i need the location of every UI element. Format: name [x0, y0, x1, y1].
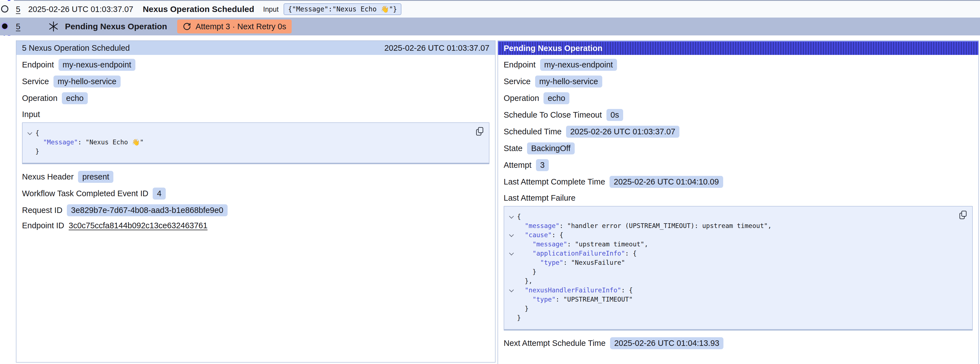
- event-id-link[interactable]: 5: [16, 5, 20, 14]
- pending-fields-bottom: Next Attempt Schedule Time2025-02-26 UTC…: [504, 337, 973, 349]
- field-label: Workflow Task Completed Event ID: [22, 189, 148, 198]
- field-value-badge: 3: [536, 159, 549, 171]
- detail-field-row: Last Attempt Complete Time2025-02-26 UTC…: [504, 176, 973, 188]
- code-line: "type": "UPSTREAM_TIMEOUT": [506, 295, 966, 304]
- code-line: "message": "upstream timeout",: [506, 240, 966, 249]
- history-row-pending-nexus-operation[interactable]: 5 Pending Nexus Operation Attempt 3 · Ne…: [0, 18, 980, 35]
- field-label: Request ID: [22, 206, 62, 215]
- field-label: Service: [504, 77, 531, 86]
- panel-nexus-operation-scheduled: 5 Nexus Operation Scheduled 2025-02-26 U…: [16, 40, 496, 362]
- code-line: },: [506, 276, 966, 286]
- field-value-link[interactable]: 3c0c75ccfa8144b092c13ce632463761: [69, 221, 208, 230]
- event-timestamp: 2025-02-26 UTC 01:03:37.07: [28, 5, 133, 14]
- timeline-node-current-icon: [1, 22, 9, 30]
- detail-field-row: Attempt3: [504, 159, 973, 171]
- code-gutter: [506, 304, 517, 313]
- copy-button[interactable]: [959, 211, 967, 220]
- collapse-chevron-icon[interactable]: [506, 286, 517, 295]
- code-gutter: [506, 221, 517, 230]
- copy-icon: [959, 211, 967, 220]
- code-line: "message": "handler error (UPSTREAM_TIME…: [506, 221, 966, 230]
- code-line: "applicationFailureInfo": {: [506, 249, 966, 258]
- field-label: Schedule To Close Timeout: [504, 110, 602, 120]
- code-line: }: [506, 304, 966, 313]
- field-label: Last Attempt Complete Time: [504, 177, 605, 187]
- collapse-chevron-icon[interactable]: [506, 212, 517, 221]
- field-value-badge: BackingOff: [527, 142, 575, 155]
- pending-panel-body: Endpointmy-nexus-endpointServicemy-hello…: [498, 59, 978, 359]
- pending-fields-top: Endpointmy-nexus-endpointServicemy-hello…: [504, 59, 973, 188]
- detail-field-row: Schedule To Close Timeout0s: [504, 109, 973, 121]
- field-value-badge: 2025-02-26 UTC 01:04:13.93: [610, 337, 724, 349]
- detail-field-row: Scheduled Time2025-02-26 UTC 01:03:37.07: [504, 126, 973, 138]
- field-label: Scheduled Time: [504, 127, 562, 136]
- event-name: Pending Nexus Operation: [65, 22, 167, 31]
- field-label: Nexus Header: [22, 172, 73, 182]
- failure-json-lines: { "message": "handler error (UPSTREAM_TI…: [506, 212, 966, 322]
- code-gutter: [25, 147, 35, 156]
- field-value-badge: echo: [544, 92, 570, 104]
- workflow-event-history-screen: 5 2025-02-26 UTC 01:03:37.07 Nexus Opera…: [0, 0, 980, 364]
- field-value-badge: 2025-02-26 UTC 01:03:37.07: [566, 126, 679, 138]
- retry-icon: [183, 22, 191, 31]
- input-group-label: Input: [22, 110, 490, 119]
- code-gutter: [506, 276, 517, 286]
- copy-icon: [476, 127, 484, 136]
- input-json-lines: { "Message": "Nexus Echo 👋"}: [25, 128, 482, 156]
- detail-field-row: Servicemy-hello-service: [22, 75, 490, 88]
- detail-field-row: Nexus Headerpresent: [22, 171, 490, 183]
- code-gutter: [506, 267, 517, 276]
- collapse-chevron-icon[interactable]: [506, 230, 517, 240]
- field-value-badge: 0s: [606, 109, 624, 121]
- pending-asterisk-icon: [48, 21, 59, 32]
- detail-field-row: Next Attempt Schedule Time2025-02-26 UTC…: [504, 337, 973, 349]
- field-label: Endpoint: [504, 60, 536, 69]
- scheduled-panel-timestamp: 2025-02-26 UTC 01:03:37.07: [384, 43, 490, 53]
- detail-field-row: StateBackingOff: [504, 142, 973, 155]
- panel-pending-nexus-operation: Pending Nexus Operation Endpointmy-nexus…: [498, 40, 979, 364]
- detail-field-row: Request ID3e829b7e-7d67-4b08-aad3-b1e868…: [22, 204, 490, 216]
- code-gutter: [506, 313, 517, 322]
- event-id-link[interactable]: 5: [16, 22, 20, 31]
- event-detail-panels: 5 Nexus Operation Scheduled 2025-02-26 U…: [16, 40, 979, 364]
- code-gutter: [25, 138, 35, 147]
- code-line: {: [506, 212, 966, 221]
- field-value-badge: present: [78, 171, 113, 183]
- pending-panel-title: Pending Nexus Operation: [504, 44, 603, 53]
- scheduled-fields-bottom: Nexus HeaderpresentWorkflow Task Complet…: [22, 171, 490, 230]
- detail-field-row: Endpoint ID3c0c75ccfa8144b092c13ce632463…: [22, 221, 490, 230]
- field-value-badge: echo: [62, 92, 88, 104]
- collapse-chevron-icon[interactable]: [25, 128, 35, 138]
- code-line: }: [506, 267, 966, 276]
- field-value-badge: my-hello-service: [54, 75, 121, 88]
- field-label: Endpoint ID: [22, 221, 64, 230]
- failure-group-label: Last Attempt Failure: [504, 193, 973, 203]
- copy-button[interactable]: [476, 127, 484, 137]
- scheduled-panel-title: 5 Nexus Operation Scheduled: [22, 43, 130, 53]
- code-gutter: [506, 240, 517, 249]
- field-label: Operation: [504, 94, 539, 103]
- detail-field-row: Endpointmy-nexus-endpoint: [504, 59, 973, 71]
- field-label: Next Attempt Schedule Time: [504, 338, 606, 348]
- code-line: {: [25, 128, 482, 138]
- detail-field-row: Endpointmy-nexus-endpoint: [22, 59, 490, 71]
- history-row-nexus-operation-scheduled[interactable]: 5 2025-02-26 UTC 01:03:37.07 Nexus Opera…: [0, 1, 980, 18]
- field-value-badge: 4: [153, 188, 165, 200]
- timeline-node-open-icon: [1, 5, 8, 13]
- failure-json-viewer: { "message": "handler error (UPSTREAM_TI…: [504, 206, 973, 330]
- event-name: Nexus Operation Scheduled: [143, 5, 254, 14]
- code-line: }: [25, 147, 482, 156]
- code-gutter: [506, 258, 517, 267]
- field-label: Endpoint: [22, 60, 54, 69]
- code-line: "type": "NexusFailure": [506, 258, 966, 267]
- field-value-badge: my-nexus-endpoint: [540, 59, 617, 71]
- collapse-chevron-icon[interactable]: [506, 249, 517, 258]
- input-json-viewer: { "Message": "Nexus Echo 👋"}: [22, 122, 490, 164]
- event-input-label: Input: [263, 5, 279, 13]
- scheduled-panel-header: 5 Nexus Operation Scheduled 2025-02-26 U…: [16, 41, 495, 55]
- code-line: "Message": "Nexus Echo 👋": [25, 138, 482, 147]
- field-value-badge: 3e829b7e-7d67-4b08-aad3-b1e868bfe9e0: [67, 204, 228, 216]
- detail-field-row: Operationecho: [504, 92, 973, 104]
- retry-status-badge: Attempt 3 · Next Retry 0s: [177, 19, 292, 34]
- field-label: State: [504, 144, 523, 153]
